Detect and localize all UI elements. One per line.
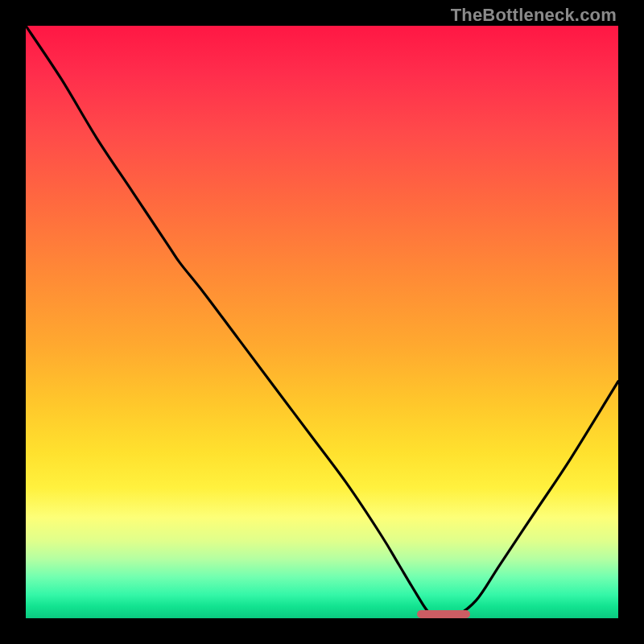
- bottleneck-curve: [26, 26, 618, 618]
- chart-frame: TheBottleneck.com: [0, 0, 644, 644]
- plot-area: [26, 26, 618, 618]
- optimal-range-marker: [417, 610, 470, 618]
- watermark-text: TheBottleneck.com: [451, 5, 617, 26]
